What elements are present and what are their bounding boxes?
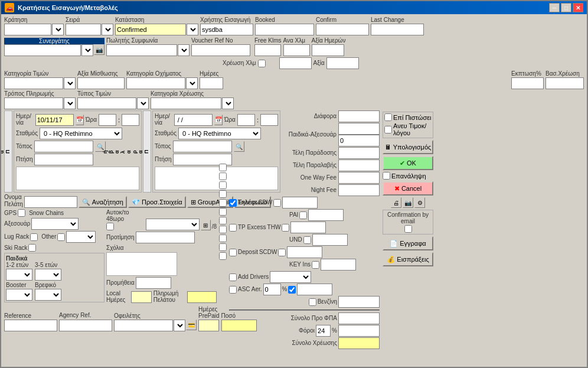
asc-aer-check2[interactable]	[288, 286, 296, 294]
cancel-btn[interactable]: ✖ Cancel	[383, 181, 433, 196]
vrefiko-select[interactable]	[35, 289, 61, 301]
epi-pistosi-check[interactable]	[384, 113, 392, 121]
center-check1[interactable]	[219, 164, 227, 171]
booked-input[interactable]	[255, 24, 314, 35]
range1-select[interactable]	[6, 269, 32, 281]
ski-rack-check[interactable]	[28, 244, 36, 252]
date1-calendar-btn[interactable]: 📅	[76, 115, 84, 125]
aksesouар-select[interactable]	[31, 218, 79, 230]
center-check5[interactable]	[219, 199, 227, 207]
night-fee-input[interactable]	[338, 184, 380, 196]
katastasi-input[interactable]	[115, 24, 186, 35]
center-check9[interactable]	[219, 235, 227, 242]
center-check6[interactable]	[219, 208, 227, 216]
ora1-input[interactable]	[99, 114, 116, 126]
und-check[interactable]	[303, 236, 311, 244]
foros-pct-input[interactable]	[316, 325, 331, 337]
xreosi-xlm-input[interactable]	[279, 57, 312, 69]
close-button[interactable]: ✕	[573, 3, 583, 12]
und-input[interactable]	[312, 234, 348, 246]
kategoria-xreos-input[interactable]	[151, 97, 221, 109]
ofeiletes-input[interactable]	[114, 320, 173, 331]
venzini-input[interactable]	[338, 296, 380, 308]
pliromi-input[interactable]	[187, 291, 217, 303]
free-klms-input[interactable]	[254, 44, 281, 56]
katastasi-dropdown[interactable]	[187, 24, 198, 35]
eispraxis-btn[interactable]: 💰 Εισπράξεις	[383, 252, 433, 266]
kratisi-input[interactable]	[4, 24, 51, 35]
kategoria-ox-dropdown[interactable]	[186, 77, 198, 89]
sxolia-textarea[interactable]	[106, 252, 177, 276]
pai-check[interactable]	[299, 211, 307, 219]
xristis-input[interactable]	[200, 24, 253, 35]
teli-paradosis-input[interactable]	[338, 147, 380, 159]
scdw-input[interactable]	[287, 246, 322, 258]
seira-dropdown[interactable]	[102, 24, 113, 35]
promitheia-input[interactable]	[136, 277, 171, 289]
autokt-select[interactable]	[146, 219, 200, 230]
deposit-check[interactable]	[229, 249, 237, 256]
scdw-check[interactable]	[278, 249, 286, 256]
asc-aer-check[interactable]	[229, 286, 237, 294]
epanalipsi-check[interactable]	[383, 172, 390, 180]
imeres-input[interactable]	[200, 77, 223, 89]
tipos-timon-dropdown[interactable]	[137, 97, 149, 109]
kratisi-dropdown[interactable]	[52, 24, 64, 35]
other-check[interactable]	[57, 233, 65, 241]
center-check3[interactable]	[219, 181, 227, 189]
politis-input[interactable]	[106, 44, 177, 56]
protimisi-input[interactable]	[136, 232, 195, 243]
thw-check[interactable]	[282, 224, 289, 232]
tropos-dropdown[interactable]	[64, 97, 76, 109]
diafora-input[interactable]	[338, 110, 380, 122]
asc-pct-input[interactable]	[263, 284, 281, 295]
booster-select[interactable]	[6, 289, 32, 301]
confirm-input[interactable]	[316, 24, 369, 35]
photo2-btn[interactable]: 📷	[403, 197, 413, 208]
axia-input[interactable]	[326, 57, 359, 69]
stathmos1-select[interactable]: 0 - HQ Rethimno	[40, 128, 122, 139]
axia-imeron-input[interactable]	[312, 44, 344, 56]
kategoria-timon-input[interactable]	[4, 77, 63, 89]
kategoria-timon-dropdown[interactable]	[64, 77, 76, 89]
synergatis-input[interactable]	[4, 44, 81, 56]
settings-btn[interactable]: ⚙	[414, 197, 425, 208]
synergatis-dropdown[interactable]	[81, 44, 93, 56]
agency-ref-input[interactable]	[59, 320, 112, 331]
synergatis-photo-btn[interactable]: 📷	[94, 44, 104, 55]
paidika-input2[interactable]	[338, 135, 380, 146]
center-check11[interactable]	[219, 252, 227, 260]
paidika-input1[interactable]	[338, 123, 380, 135]
local-imeres-input[interactable]	[131, 291, 152, 303]
maximize-button[interactable]: □	[561, 3, 571, 12]
politis-dropdown[interactable]	[178, 44, 190, 56]
tp-excess-check[interactable]	[229, 224, 237, 232]
cdw-check[interactable]	[273, 199, 281, 207]
eggrafa-btn[interactable]: 📄 Εγγραφα	[383, 236, 433, 250]
sinolo-pro-fpa-input[interactable]	[338, 312, 380, 324]
ok-btn[interactable]: ✔ OK	[383, 156, 433, 170]
ofeiletes-dropdown[interactable]	[174, 320, 185, 331]
ypologismos-btn[interactable]: 🖩 Υπολογισμός	[383, 140, 433, 154]
other-select[interactable]	[66, 231, 96, 243]
center-check8[interactable]	[219, 226, 227, 233]
search-btn[interactable]: 🔍 Αναζήτηση	[79, 196, 127, 208]
lug-rack-check[interactable]	[30, 233, 38, 241]
aneu-timon-check[interactable]	[384, 126, 392, 133]
sinolo-xreosis-input[interactable]	[338, 337, 380, 349]
autokt-btn[interactable]: ⊞	[201, 220, 211, 230]
kategoria-xreos-dropdown[interactable]	[222, 97, 234, 109]
foroi-input[interactable]	[338, 325, 380, 337]
voucher-input[interactable]	[191, 44, 250, 56]
kategoria-ox-input[interactable]	[126, 77, 185, 89]
ofeiletes-btn[interactable]: 💳	[186, 320, 197, 330]
onoma-input[interactable]	[24, 196, 77, 208]
key-ins-check[interactable]	[312, 261, 319, 269]
gps-check[interactable]	[18, 209, 25, 217]
ptisi1-input[interactable]	[34, 154, 93, 165]
center-check10[interactable]	[219, 243, 227, 251]
reference-input[interactable]	[4, 320, 57, 331]
key-ins-input[interactable]	[321, 259, 356, 271]
autokt-check[interactable]	[106, 223, 114, 230]
axia-misthosis-input[interactable]	[77, 77, 125, 89]
